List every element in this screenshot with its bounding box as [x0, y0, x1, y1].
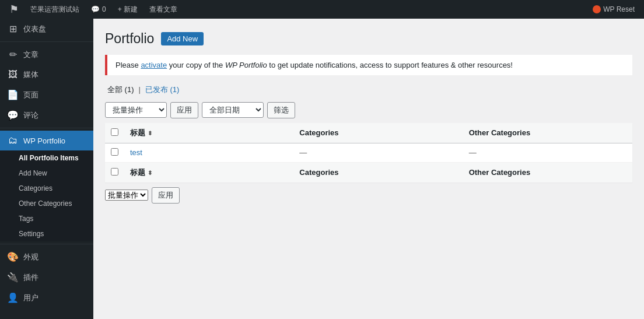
sidebar-item-posts[interactable]: ✏ 文章 [0, 44, 93, 65]
sidebar-sep-1 [0, 41, 93, 42]
wp-logo-icon: ⚑ [9, 3, 19, 16]
site-name-item[interactable]: 芒果运营测试站 [26, 0, 84, 19]
sidebar-item-comments[interactable]: 💬 评论 [0, 105, 93, 125]
sidebar-item-wp-portfolio-label: WP Portfolio [23, 136, 65, 145]
sidebar-submenu-tags[interactable]: Tags [0, 211, 93, 226]
bulk-action-select-bottom[interactable]: 批量操作 [105, 190, 148, 201]
head-other-categories-col: Other Categories [463, 123, 632, 143]
wp-reset-label: WP Reset [603, 5, 635, 13]
head-categories-col: Categories [293, 123, 463, 143]
foot-other-categories-label: Other Categories [469, 168, 530, 177]
foot-other-categories-col: Other Categories [463, 162, 632, 183]
row-checkbox-cell [105, 143, 124, 162]
table-row: test — — [105, 143, 632, 162]
sidebar-submenu-settings[interactable]: Settings [0, 226, 93, 241]
sidebar-submenu-categories[interactable]: Categories [0, 181, 93, 196]
appearance-icon: 🎨 [7, 251, 19, 262]
sidebar-submenu-all-items[interactable]: All Portfolio Items [0, 150, 93, 166]
row-categories-value: — [299, 148, 307, 157]
sidebar-item-users[interactable]: 👤 用户 [0, 288, 93, 308]
row-checkbox[interactable] [111, 148, 118, 156]
apply-button-top[interactable]: 应用 [170, 102, 198, 118]
comments-label: 0 [102, 5, 106, 13]
view-posts-item[interactable]: 查看文章 [145, 0, 182, 19]
sidebar-item-wp-portfolio[interactable]: 🗂 WP Portfolio [0, 131, 93, 150]
comments-icon: 💬 [91, 5, 100, 13]
sidebar-item-plugins-label: 插件 [23, 272, 38, 283]
page-title-area: Portfolio Add New [105, 30, 632, 48]
filter-tabs: 全部 (1) | 已发布 (1) [105, 83, 632, 96]
notice-prefix: Please [116, 61, 141, 69]
comments-icon: 💬 [7, 110, 19, 121]
table-head: 标题 ⬍ Categories Other Categories [105, 123, 632, 143]
apply-button-bottom[interactable]: 应用 [152, 187, 180, 204]
sidebar-item-pages-label: 页面 [23, 90, 38, 100]
notice-suffix2: to get update notifications, access to s… [267, 61, 513, 69]
posts-icon: ✏ [7, 49, 19, 60]
comments-item[interactable]: 💬 0 [86, 0, 111, 19]
wp-reset-icon [593, 5, 601, 13]
filter-button[interactable]: 筛选 [267, 102, 295, 118]
select-all-checkbox-top[interactable] [111, 128, 118, 136]
sidebar-submenu-all-items-label: All Portfolio Items [19, 154, 79, 162]
wp-logo-item[interactable]: ⚑ [5, 0, 23, 19]
site-name-label: 芒果运营测试站 [30, 5, 79, 15]
sidebar-submenu-portfolio: All Portfolio Items Add New Categories O… [0, 150, 93, 241]
sidebar-submenu-add-new-label: Add New [19, 169, 47, 177]
wp-reset-item[interactable]: WP Reset [588, 0, 639, 19]
filter-tab-all[interactable]: 全部 (1) [105, 83, 136, 96]
dashboard-icon: ⊞ [7, 23, 19, 34]
head-checkbox-col [105, 123, 124, 143]
sidebar-item-comments-label: 评论 [23, 110, 38, 121]
sidebar-item-dashboard-label: 仪表盘 [23, 24, 46, 34]
new-label: + 新建 [118, 5, 138, 15]
sidebar-item-posts-label: 文章 [23, 50, 38, 60]
portfolio-table: 标题 ⬍ Categories Other Categories [105, 123, 632, 183]
sidebar-sep-2 [0, 128, 93, 128]
sidebar-item-appearance[interactable]: 🎨 外观 [0, 247, 93, 267]
foot-categories-label: Categories [299, 168, 338, 177]
row-title-link[interactable]: test [130, 148, 142, 157]
title-sort-icon[interactable]: ⬍ [148, 130, 152, 136]
row-categories-cell: — [293, 143, 463, 162]
page-title: Portfolio [105, 30, 154, 48]
sidebar-item-users-label: 用户 [23, 293, 38, 303]
sidebar-submenu-other-categories[interactable]: Other Categories [0, 196, 93, 211]
sidebar-sep-3 [0, 244, 93, 244]
sidebar-item-plugins[interactable]: 🔌 插件 [0, 267, 93, 288]
media-icon: 🖼 [7, 69, 19, 80]
head-categories-label: Categories [299, 128, 338, 137]
sidebar: ⊞ 仪表盘 ✏ 文章 🖼 媒体 📄 页面 💬 评论 🗂 WP Portfolio… [0, 19, 93, 319]
activation-notice: Please activate your copy of the WP Port… [105, 55, 632, 75]
wp-portfolio-icon: 🗂 [7, 135, 19, 146]
sidebar-submenu-categories-label: Categories [19, 184, 52, 192]
new-item[interactable]: + 新建 [113, 0, 142, 19]
sidebar-item-pages[interactable]: 📄 页面 [0, 85, 93, 105]
view-posts-label: 查看文章 [149, 5, 177, 15]
activate-link[interactable]: activate [141, 61, 167, 69]
date-filter-select[interactable]: 全部日期 [202, 102, 264, 118]
top-toolbar: 批量操作 应用 全部日期 筛选 [105, 102, 632, 118]
notice-plugin-name: WP Portfolio [225, 61, 267, 69]
table-head-row: 标题 ⬍ Categories Other Categories [105, 123, 632, 143]
foot-title-sort-icon[interactable]: ⬍ [148, 170, 152, 176]
bottom-toolbar: 批量操作 应用 [105, 187, 632, 204]
sidebar-submenu-other-categories-label: Other Categories [19, 199, 72, 208]
table-body: test — — [105, 143, 632, 162]
foot-title-col: 标题 ⬍ [124, 162, 293, 183]
users-icon: 👤 [7, 292, 19, 303]
filter-tab-sep: | [139, 85, 141, 94]
head-title-label: 标题 [130, 128, 145, 137]
bulk-action-select-top[interactable]: 批量操作 [105, 102, 167, 118]
sidebar-submenu-add-new[interactable]: Add New [0, 166, 93, 181]
row-other-categories-value: — [469, 148, 477, 157]
sidebar-item-dashboard[interactable]: ⊞ 仪表盘 [0, 19, 93, 39]
select-all-checkbox-bottom[interactable] [111, 168, 118, 176]
sidebar-item-media[interactable]: 🖼 媒体 [0, 65, 93, 85]
sidebar-item-appearance-label: 外观 [23, 252, 38, 262]
add-new-button[interactable]: Add New [161, 32, 204, 45]
content-area: Portfolio Add New Please activate your c… [93, 19, 644, 319]
row-title-cell: test [124, 143, 293, 162]
foot-categories-col: Categories [293, 162, 463, 183]
filter-tab-published[interactable]: 已发布 (1) [143, 83, 182, 96]
